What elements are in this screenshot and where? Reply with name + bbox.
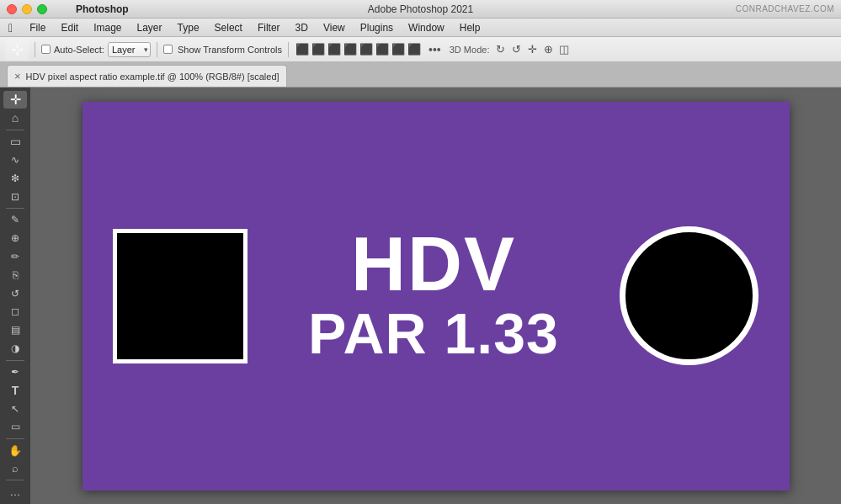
sidebar: ✛ ⌂ ▭ ∿ ❇ ⊡ ✎ ⊕ ✏ ⎘ ↺ ◻ ▤ ◑ ✒ T ↖ ▭ ✋ ⌕ …: [0, 88, 30, 504]
menu-image[interactable]: Image: [87, 20, 128, 35]
black-square-shape: [113, 229, 248, 363]
tool-separator-3: [6, 360, 24, 361]
tab-bar: × HDV pixel aspect ratio example.tif @ 1…: [0, 62, 841, 88]
align-extra-icon[interactable]: ⬛: [407, 42, 422, 57]
path-selection-tool[interactable]: ↖: [3, 400, 27, 417]
pen-tool[interactable]: ✒: [3, 363, 27, 380]
tool-separator-4: [6, 438, 24, 439]
auto-select-checkbox[interactable]: [41, 45, 51, 54]
move-tool-sidebar[interactable]: ✛: [3, 91, 27, 109]
crop-tool[interactable]: ⊡: [3, 188, 27, 205]
layer-select-wrapper: Layer Group: [108, 42, 151, 57]
app-name: Photoshop: [76, 3, 129, 15]
align-left-icon[interactable]: ⬛: [295, 42, 310, 57]
align-right-icon[interactable]: ⬛: [327, 42, 342, 57]
menu-plugins[interactable]: Plugins: [354, 20, 400, 35]
menu-view[interactable]: View: [317, 20, 352, 35]
align-top-icon[interactable]: ⬛: [343, 42, 358, 57]
tab-title: HDV pixel aspect ratio example.tif @ 100…: [26, 72, 279, 82]
separator2: [157, 42, 157, 57]
options-bar: ⊹ Auto-Select: Layer Group Show Transfor…: [0, 37, 841, 62]
extra-tool[interactable]: …: [3, 483, 27, 501]
menu-bar:  File Edit Image Layer Type Select Filt…: [0, 19, 841, 37]
eyedropper-tool[interactable]: ✎: [3, 211, 27, 229]
brush-tool[interactable]: ✏: [3, 247, 27, 265]
separator: [35, 42, 35, 57]
menu-help[interactable]: Help: [453, 20, 487, 35]
document-tab[interactable]: × HDV pixel aspect ratio example.tif @ 1…: [7, 65, 287, 87]
maximize-button[interactable]: [37, 4, 47, 14]
tool-separator-2: [6, 208, 24, 209]
quick-select-tool[interactable]: ❇: [3, 169, 27, 187]
menu-layer[interactable]: Layer: [130, 20, 169, 35]
3d-orbit-icon[interactable]: ↻: [492, 42, 508, 57]
3d-pan-icon[interactable]: ✛: [524, 42, 540, 57]
gradient-tool[interactable]: ▤: [3, 321, 27, 339]
hdv-text-block: HDV PAR 1.33: [308, 226, 559, 365]
history-brush-tool[interactable]: ↺: [3, 284, 27, 302]
align-bottom-icon[interactable]: ⬛: [375, 42, 390, 57]
auto-select-group: Auto-Select: Layer Group: [41, 42, 151, 57]
show-transform-label: Show Transform Controls: [178, 45, 282, 55]
canvas-area: HDV PAR 1.33: [30, 88, 841, 504]
title-bar: Photoshop Adobe Photoshop 2021 CONRADCHA…: [0, 0, 841, 19]
tool-separator-5: [6, 480, 24, 480]
zoom-tool[interactable]: ⌕: [3, 460, 27, 478]
home-icon[interactable]: ⌂: [3, 109, 27, 127]
more-options-button[interactable]: •••: [425, 43, 444, 56]
menu-edit[interactable]: Edit: [54, 20, 85, 35]
menu-select[interactable]: Select: [208, 20, 249, 35]
separator3: [288, 42, 289, 57]
menu-window[interactable]: Window: [402, 20, 451, 35]
layer-select[interactable]: Layer Group: [108, 42, 151, 57]
align-center-h-icon[interactable]: ⬛: [311, 42, 326, 57]
lasso-tool[interactable]: ∿: [3, 151, 27, 168]
show-transform-checkbox[interactable]: [163, 45, 173, 54]
hand-tool[interactable]: ✋: [3, 442, 27, 459]
shape-tool[interactable]: ▭: [3, 418, 27, 436]
type-tool[interactable]: T: [3, 381, 27, 399]
3d-tool-icons: ↻ ↺ ✛ ⊕ ◫: [492, 42, 572, 57]
spot-healing-tool[interactable]: ⊕: [3, 230, 27, 247]
photoshop-canvas: HDV PAR 1.33: [83, 102, 790, 491]
traffic-lights: [0, 4, 47, 14]
black-circle-shape: [620, 226, 758, 365]
hdv-label: HDV: [308, 226, 559, 302]
show-transform-group: Show Transform Controls: [163, 45, 282, 55]
align-middle-v-icon[interactable]: ⬛: [359, 42, 374, 57]
menu-3d[interactable]: 3D: [289, 20, 315, 35]
menu-type[interactable]: Type: [171, 20, 206, 35]
dodge-tool[interactable]: ◑: [3, 340, 27, 358]
menu-filter[interactable]: Filter: [251, 20, 287, 35]
eraser-tool[interactable]: ◻: [3, 303, 27, 321]
align-icons-group: ⬛ ⬛ ⬛ ⬛ ⬛ ⬛ ⬛ ⬛: [295, 42, 422, 57]
3d-slide-icon[interactable]: ⊕: [540, 42, 556, 57]
align-vertical-icon[interactable]: ⬛: [391, 42, 406, 57]
window-title: Adobe Photoshop 2021: [368, 3, 473, 15]
3d-scale-icon[interactable]: ◫: [556, 42, 572, 57]
auto-select-label: Auto-Select:: [54, 45, 104, 55]
move-tool-active[interactable]: ⊹: [5, 39, 29, 61]
3d-mode-label: 3D Mode:: [450, 45, 490, 55]
3d-roll-icon[interactable]: ↺: [508, 42, 524, 57]
tab-close-icon[interactable]: ×: [14, 71, 21, 82]
close-button[interactable]: [7, 4, 17, 14]
menu-file[interactable]: File: [23, 20, 52, 35]
clone-stamp-tool[interactable]: ⎘: [3, 266, 27, 284]
website-label: CONRADCHAVEZ.COM: [736, 4, 834, 13]
apple-menu[interactable]: : [3, 21, 18, 34]
minimize-button[interactable]: [22, 4, 32, 14]
main-area: ✛ ⌂ ▭ ∿ ❇ ⊡ ✎ ⊕ ✏ ⎘ ↺ ◻ ▤ ◑ ✒ T ↖ ▭ ✋ ⌕ …: [0, 88, 841, 504]
marquee-tool[interactable]: ▭: [3, 133, 27, 151]
tool-separator-1: [6, 130, 24, 130]
par-label: PAR 1.33: [308, 302, 559, 365]
